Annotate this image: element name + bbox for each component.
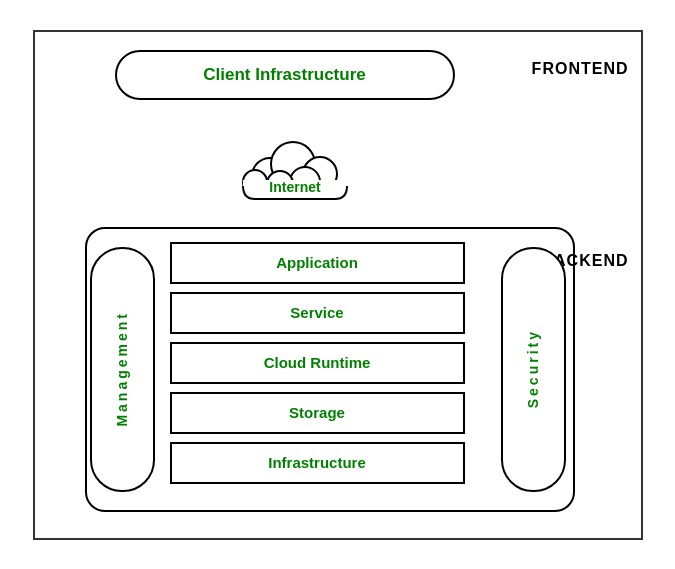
service-box: Service xyxy=(170,292,465,334)
stack-area: Application Service Cloud Runtime Storag… xyxy=(170,242,465,484)
client-infra-label: Client Infrastructure xyxy=(203,65,365,85)
security-pill: Security xyxy=(501,247,566,492)
application-label: Application xyxy=(276,254,358,271)
infrastructure-label: Infrastructure xyxy=(268,454,366,471)
storage-box: Storage xyxy=(170,392,465,434)
svg-text:Internet: Internet xyxy=(269,179,321,195)
frontend-label: FRONTEND xyxy=(532,60,629,78)
management-pill: Management xyxy=(90,247,155,492)
storage-label: Storage xyxy=(289,404,345,421)
security-label: Security xyxy=(525,329,541,408)
application-box: Application xyxy=(170,242,465,284)
client-infra-box: Client Infrastructure xyxy=(115,50,455,100)
diagram-container: FRONTEND Client Infrastructure Internet … xyxy=(33,30,643,540)
internet-cloud: Internet xyxy=(220,122,370,212)
cloud-runtime-label: Cloud Runtime xyxy=(264,354,371,371)
management-label: Management xyxy=(114,311,130,427)
service-label: Service xyxy=(290,304,343,321)
infrastructure-box: Infrastructure xyxy=(170,442,465,484)
cloud-runtime-box: Cloud Runtime xyxy=(170,342,465,384)
